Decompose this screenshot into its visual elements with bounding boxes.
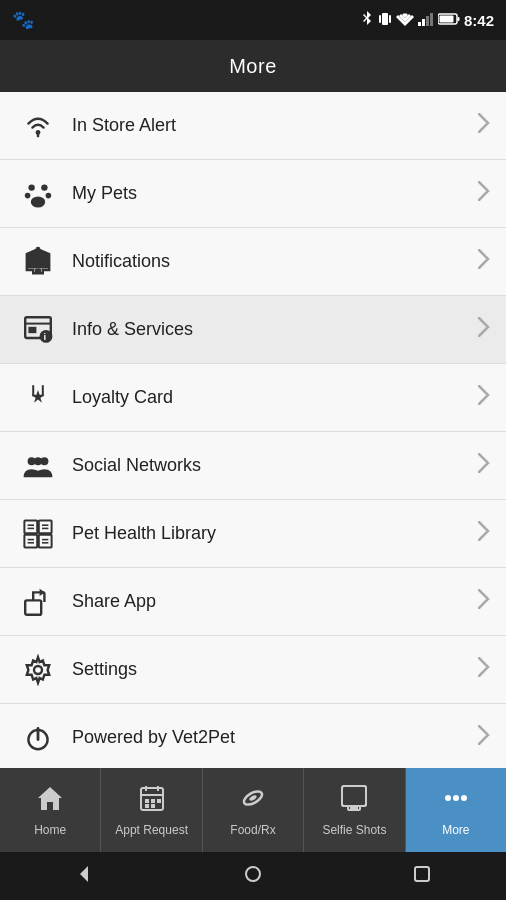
- svg-point-18: [46, 192, 52, 198]
- svg-rect-6: [418, 22, 421, 26]
- info-services-icon-wrap: i: [16, 314, 60, 346]
- menu-item-info-services[interactable]: i Info & Services: [0, 296, 506, 364]
- appt-nav-label: Appt Request: [115, 823, 188, 837]
- loyalty-star-icon: [22, 382, 54, 414]
- svg-rect-21: [35, 268, 41, 273]
- svg-point-66: [445, 795, 451, 801]
- menu-item-pet-health-library[interactable]: Pet Health Library: [0, 500, 506, 568]
- powered-by-chevron: [478, 725, 490, 750]
- share-app-icon-wrap: [16, 586, 60, 618]
- menu-item-social-networks[interactable]: Social Networks: [0, 432, 506, 500]
- menu-item-in-store-alert[interactable]: In Store Alert: [0, 92, 506, 160]
- appt-nav-icon: [138, 784, 166, 819]
- status-bar: 🐾 8:42: [0, 0, 506, 40]
- menu-item-notifications[interactable]: Notifications: [0, 228, 506, 296]
- home-button[interactable]: [243, 864, 263, 889]
- time-display: 8:42: [464, 12, 494, 29]
- selfie-nav-icon: [340, 784, 368, 819]
- my-pets-label: My Pets: [60, 183, 478, 204]
- svg-rect-2: [389, 15, 391, 23]
- menu-item-share-app[interactable]: Share App: [0, 568, 506, 636]
- more-nav-icon: [442, 784, 470, 819]
- settings-chevron: [478, 657, 490, 682]
- social-networks-label: Social Networks: [60, 455, 478, 476]
- nav-item-appt-request[interactable]: Appt Request: [101, 768, 202, 852]
- status-left: 🐾: [12, 9, 34, 31]
- menu-item-settings[interactable]: Settings: [0, 636, 506, 704]
- bell-icon: [22, 246, 54, 278]
- info-services-label: Info & Services: [60, 319, 478, 340]
- svg-rect-55: [145, 799, 149, 803]
- social-networks-icon-wrap: [16, 450, 60, 482]
- loyalty-card-label: Loyalty Card: [60, 387, 478, 408]
- page-header: More: [0, 40, 506, 92]
- recents-button[interactable]: [412, 864, 432, 889]
- svg-point-33: [34, 457, 42, 465]
- my-pets-chevron: [478, 181, 490, 206]
- svg-rect-36: [24, 534, 37, 547]
- vibrate-icon: [378, 11, 392, 30]
- svg-point-19: [31, 196, 45, 207]
- pet-health-library-label: Pet Health Library: [60, 523, 478, 544]
- menu-item-loyalty-card[interactable]: Loyalty Card: [0, 364, 506, 432]
- gear-icon: [22, 654, 54, 686]
- svg-point-15: [28, 184, 34, 190]
- food-rx-nav-label: Food/Rx: [230, 823, 275, 837]
- svg-rect-12: [457, 17, 459, 21]
- svg-rect-0: [382, 13, 388, 25]
- back-button[interactable]: [74, 864, 94, 889]
- svg-rect-62: [342, 786, 366, 806]
- social-networks-chevron: [478, 453, 490, 478]
- bluetooth-icon: [360, 11, 374, 30]
- svg-text:i: i: [44, 330, 47, 341]
- svg-rect-25: [28, 326, 36, 332]
- loyalty-card-icon-wrap: [16, 382, 60, 414]
- svg-point-70: [246, 867, 260, 881]
- notifications-icon-wrap: [16, 246, 60, 278]
- power-icon: [22, 722, 54, 754]
- food-rx-nav-icon: [239, 784, 267, 819]
- svg-point-67: [453, 795, 459, 801]
- nav-item-home[interactable]: Home: [0, 768, 101, 852]
- svg-rect-56: [151, 799, 155, 803]
- wifi-icon: [396, 12, 414, 29]
- in-store-alert-icon-wrap: [16, 110, 60, 142]
- svg-point-22: [36, 246, 41, 251]
- menu-item-powered-by[interactable]: Powered by Vet2Pet: [0, 704, 506, 772]
- svg-rect-34: [24, 520, 37, 533]
- people-icon: [22, 450, 54, 482]
- svg-marker-50: [38, 787, 62, 810]
- status-right: 8:42: [360, 11, 494, 30]
- share-app-label: Share App: [60, 591, 478, 612]
- nav-item-more[interactable]: More: [406, 768, 506, 852]
- svg-marker-69: [80, 866, 88, 882]
- more-nav-label: More: [442, 823, 469, 837]
- share-icon: [22, 586, 54, 618]
- menu-list: In Store Alert My Pets: [0, 92, 506, 772]
- paw-icon: [22, 178, 54, 210]
- svg-point-17: [25, 192, 31, 198]
- in-store-alert-label: In Store Alert: [60, 115, 478, 136]
- app-icon: 🐾: [12, 9, 34, 31]
- menu-item-my-pets[interactable]: My Pets: [0, 160, 506, 228]
- page-title: More: [229, 55, 277, 78]
- selfie-shots-nav-label: Selfie Shots: [322, 823, 386, 837]
- library-grid-icon: [22, 518, 54, 550]
- signal-icon: [418, 12, 434, 29]
- svg-rect-35: [39, 520, 52, 533]
- svg-rect-59: [157, 799, 161, 803]
- battery-icon: [438, 13, 460, 28]
- svg-rect-57: [145, 804, 149, 808]
- my-pets-icon-wrap: [16, 178, 60, 210]
- loyalty-card-chevron: [478, 385, 490, 410]
- svg-rect-71: [415, 867, 429, 881]
- nav-item-food-rx[interactable]: Food/Rx: [203, 768, 304, 852]
- svg-point-47: [34, 666, 42, 674]
- svg-rect-9: [430, 13, 433, 26]
- notifications-chevron: [478, 249, 490, 274]
- nav-item-selfie-shots[interactable]: Selfie Shots: [304, 768, 405, 852]
- system-nav-bar: [0, 852, 506, 900]
- pet-health-library-icon-wrap: [16, 518, 60, 550]
- svg-rect-8: [426, 16, 429, 26]
- info-services-chevron: [478, 317, 490, 342]
